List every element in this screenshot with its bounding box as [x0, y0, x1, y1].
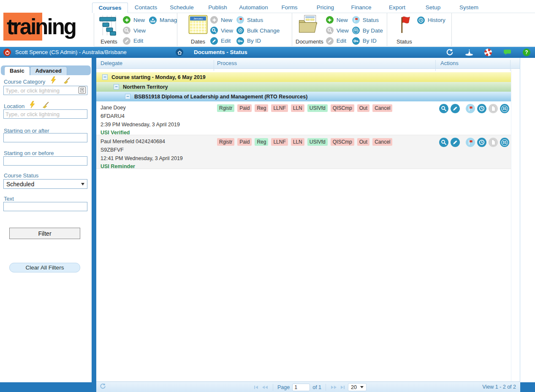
next-page-button[interactable]: [330, 386, 337, 389]
dates-by-id-button[interactable]: By ID: [236, 35, 280, 46]
status-flag-action-icon[interactable]: [466, 138, 475, 147]
group-row-region[interactable]: Northern Territory: [96, 82, 511, 92]
by-date-action-icon[interactable]: 31: [500, 138, 509, 147]
filter-button[interactable]: Filter: [9, 228, 80, 239]
tab-basic[interactable]: Basic: [4, 66, 30, 75]
plus-icon: [123, 16, 130, 24]
status-badge[interactable]: Out: [357, 138, 369, 146]
prev-page-button[interactable]: [261, 386, 269, 389]
course-status-select[interactable]: Scheduled: [3, 179, 87, 189]
dates-status-button[interactable]: Status: [236, 15, 280, 25]
documents-by-date-button[interactable]: 31By Date: [352, 25, 383, 36]
collapse-icon[interactable]: [102, 74, 108, 80]
status-badge[interactable]: Out: [357, 104, 369, 112]
collapse-icon[interactable]: [114, 84, 119, 90]
view-action-icon[interactable]: [439, 104, 448, 113]
status-badge[interactable]: Reg: [255, 138, 268, 146]
events-new-button[interactable]: New: [123, 15, 146, 25]
status-badge[interactable]: LLNF: [271, 104, 288, 112]
group-row-course[interactable]: BSB51918 Diploma of Leadership and Manag…: [96, 92, 511, 101]
history-action-icon[interactable]: [477, 138, 486, 147]
delegate-row[interactable]: Paul Merefield 0424240684 S9ZBFVF 12:41 …: [96, 135, 511, 169]
last-page-button[interactable]: [340, 386, 345, 389]
group-row-date[interactable]: Course starting - Monday, 6 May 2019: [96, 72, 511, 82]
logout-power-button[interactable]: [3, 49, 11, 56]
menu-item-contacts[interactable]: Contacts: [128, 3, 164, 13]
starting-before-input[interactable]: [3, 156, 87, 166]
lifebuoy-icon[interactable]: [483, 48, 493, 57]
text-filter-input[interactable]: [3, 202, 87, 211]
document-action-icon[interactable]: [489, 104, 498, 113]
status-badge[interactable]: LLN: [291, 104, 304, 112]
document-action-icon[interactable]: [489, 138, 498, 147]
collapse-icon[interactable]: [125, 94, 130, 99]
menu-item-forms[interactable]: Forms: [272, 3, 307, 13]
menu-item-publish[interactable]: Publish: [200, 3, 236, 13]
history-action-icon[interactable]: [477, 104, 486, 113]
menu-item-export[interactable]: Export: [379, 3, 415, 13]
dates-edit-button[interactable]: Edit: [210, 35, 233, 46]
status-badge[interactable]: Paid: [237, 104, 252, 112]
dates-view-button[interactable]: View: [210, 25, 233, 36]
documents-edit-button[interactable]: Edit: [326, 35, 349, 46]
menu-item-pricing[interactable]: Pricing: [307, 3, 343, 13]
starting-after-input[interactable]: [3, 133, 87, 142]
documents-new-button[interactable]: New: [326, 15, 349, 25]
tab-advanced[interactable]: Advanced: [30, 66, 67, 75]
refresh-icon[interactable]: [100, 383, 106, 391]
delegate-usi-status: USI Verified: [100, 130, 130, 136]
menu-item-automation[interactable]: Automation: [236, 3, 272, 13]
menu-item-setup[interactable]: Setup: [415, 3, 451, 13]
dates-new-button[interactable]: New: [210, 15, 233, 25]
by-date-action-icon[interactable]: 31: [500, 104, 509, 113]
status-badge[interactable]: Rgistr: [217, 138, 234, 146]
status-badge[interactable]: LLNF: [271, 138, 288, 146]
edit-action-icon[interactable]: [451, 138, 460, 147]
undo-icon[interactable]: [445, 48, 454, 57]
documents-by-id-button[interactable]: By ID: [352, 35, 383, 46]
location-input[interactable]: [3, 109, 87, 119]
dates-status-label: Status: [247, 17, 263, 23]
status-badge[interactable]: LLN: [291, 138, 304, 146]
documents-view-button[interactable]: View: [326, 25, 349, 36]
status-flag-action-icon[interactable]: [466, 104, 475, 113]
status-badge[interactable]: Cancel: [372, 138, 392, 146]
status-badge[interactable]: USIVfd: [307, 104, 328, 112]
home-button[interactable]: [176, 49, 183, 56]
status-badge[interactable]: Paid: [237, 138, 252, 146]
scroll-gutter-line: [511, 69, 511, 381]
status-badge[interactable]: QISCmp: [331, 104, 354, 112]
page-input[interactable]: [292, 384, 310, 391]
broom-icon[interactable]: [42, 101, 49, 110]
first-page-button[interactable]: [253, 386, 259, 389]
page-size-select[interactable]: 20: [348, 383, 367, 391]
events-edit-button[interactable]: Edit: [123, 35, 146, 46]
menu-item-system[interactable]: System: [451, 3, 487, 13]
status-badge[interactable]: Reg: [255, 104, 268, 112]
events-manage-button[interactable]: Manage: [149, 15, 180, 25]
menu-item-courses[interactable]: Courses: [92, 3, 128, 13]
edit-action-icon[interactable]: [451, 104, 460, 113]
column-divider: [435, 60, 436, 71]
events-view-button[interactable]: View: [123, 25, 146, 36]
chat-icon[interactable]: [502, 48, 512, 57]
lightning-icon[interactable]: [30, 101, 35, 109]
status-history-button[interactable]: History: [417, 15, 445, 25]
delegate-row[interactable]: Jane Doey 6FDARU4 2:39 PM Wednesday, 3 A…: [96, 101, 511, 135]
status-badge[interactable]: Rgistr: [217, 104, 234, 112]
view-action-icon[interactable]: [439, 138, 448, 147]
help-icon[interactable]: [522, 48, 531, 57]
category-lookup-button[interactable]: [79, 87, 86, 94]
status-badge[interactable]: USIVfd: [307, 138, 328, 146]
dates-bulk-change-button[interactable]: Bulk Change: [236, 25, 280, 36]
clear-all-filters-button[interactable]: Clear All Filters: [9, 263, 80, 272]
status-badge[interactable]: Cancel: [372, 104, 392, 112]
course-category-input[interactable]: [3, 86, 87, 95]
status-badge[interactable]: QISCmp: [331, 138, 354, 146]
lightning-icon[interactable]: [51, 76, 56, 85]
broom-icon[interactable]: [63, 77, 71, 85]
menu-item-schedule[interactable]: Schedule: [164, 3, 200, 13]
documents-status-button[interactable]: Status: [352, 15, 383, 25]
menu-item-finance[interactable]: Finance: [343, 3, 379, 13]
wizard-hat-icon[interactable]: [464, 48, 474, 57]
